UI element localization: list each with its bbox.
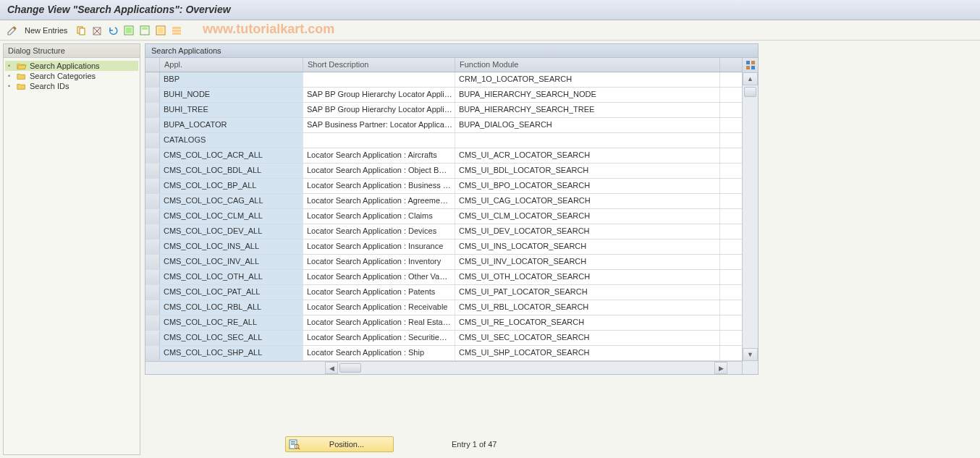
cell-desc[interactable]: SAP Business Partner: Locator Applica… [303, 118, 455, 132]
row-selector[interactable] [145, 270, 160, 284]
cell-appl[interactable]: CMS_COL_LOC_INS_ALL [160, 239, 303, 254]
row-selector[interactable] [145, 88, 160, 102]
cell-appl[interactable]: CMS_COL_LOC_ACR_ALL [160, 148, 303, 163]
hscroll-track[interactable] [339, 362, 713, 374]
cell-appl[interactable]: CMS_COL_LOC_DEV_ALL [160, 224, 303, 239]
scroll-right-icon[interactable]: ▶ [714, 362, 727, 374]
cell-func[interactable]: CMS_UI_RBL_LOCATOR_SEARCH [455, 300, 720, 315]
cell-desc[interactable]: SAP BP Group Hierarchy Locator Appli… [303, 103, 455, 117]
cell-desc[interactable]: Locator Search Application : Real Esta… [303, 315, 455, 330]
cell-appl[interactable]: CMS_COL_LOC_INV_ALL [160, 255, 303, 269]
cell-func[interactable]: BUPA_DIALOG_SEARCH [455, 118, 720, 132]
cell-appl[interactable]: CMS_COL_LOC_BDL_ALL [160, 164, 303, 178]
cell-func[interactable]: CMS_UI_BDL_LOCATOR_SEARCH [455, 164, 720, 178]
row-selector[interactable] [145, 300, 160, 315]
cell-func[interactable]: CMS_UI_CLM_LOCATOR_SEARCH [455, 209, 720, 224]
new-entries-button[interactable]: New Entries [25, 26, 67, 35]
deselect-all-icon[interactable] [154, 24, 167, 37]
change-icon[interactable] [6, 24, 19, 37]
scroll-left-icon[interactable]: ◀ [325, 362, 338, 374]
cell-appl[interactable]: BUHI_NODE [160, 88, 303, 102]
cell-desc[interactable] [303, 133, 455, 148]
cell-func[interactable]: CMS_UI_OTH_LOCATOR_SEARCH [455, 270, 720, 284]
row-handle-header[interactable] [145, 58, 160, 72]
delete-icon[interactable] [90, 24, 104, 37]
hscroll-thumb[interactable] [339, 363, 361, 373]
config-icon[interactable] [170, 24, 183, 37]
cell-func[interactable]: CMS_UI_PAT_LOCATOR_SEARCH [455, 285, 720, 300]
cell-func[interactable]: CMS_UI_CAG_LOCATOR_SEARCH [455, 194, 720, 208]
undo-icon[interactable] [106, 24, 119, 37]
col-header-func[interactable]: Function Module [455, 58, 720, 72]
sidebar-item-search-applications[interactable]: •Search Applications [5, 61, 138, 71]
cell-func[interactable]: CMS_UI_ACR_LOCATOR_SEARCH [455, 148, 720, 163]
row-selector[interactable] [145, 255, 160, 269]
row-selector[interactable] [145, 239, 160, 254]
cell-appl[interactable]: CATALOGS [160, 133, 303, 148]
cell-appl[interactable]: CMS_COL_LOC_BP_ALL [160, 179, 303, 193]
cell-desc[interactable]: Locator Search Application : Ship [303, 346, 455, 360]
row-selector[interactable] [145, 164, 160, 178]
table-settings-icon[interactable] [742, 58, 758, 72]
col-header-desc[interactable]: Short Description [303, 58, 455, 72]
cell-desc[interactable]: Locator Search Application : Securitie… [303, 331, 455, 345]
select-block-icon[interactable] [138, 24, 151, 37]
cell-desc[interactable]: Locator Search Application : Agreeme… [303, 194, 455, 208]
cell-func[interactable]: CRM_1O_LOCATOR_SEARCH [455, 72, 720, 87]
select-all-icon[interactable] [122, 24, 135, 37]
row-selector[interactable] [145, 103, 160, 117]
row-selector[interactable] [145, 179, 160, 193]
scroll-up-icon[interactable]: ▲ [743, 72, 758, 85]
cell-appl[interactable]: CMS_COL_LOC_CAG_ALL [160, 194, 303, 208]
copy-icon[interactable] [75, 24, 88, 37]
cell-desc[interactable]: Locator Search Application : Inventory [303, 255, 455, 269]
row-selector[interactable] [145, 148, 160, 163]
cell-appl[interactable]: CMS_COL_LOC_PAT_ALL [160, 285, 303, 300]
cell-appl[interactable]: CMS_COL_LOC_RBL_ALL [160, 300, 303, 315]
cell-appl[interactable]: CMS_COL_LOC_SEC_ALL [160, 331, 303, 345]
row-selector[interactable] [145, 285, 160, 300]
cell-desc[interactable] [303, 72, 455, 87]
sidebar-item-search-categories[interactable]: •Search Categories [5, 71, 138, 81]
scroll-down-icon[interactable]: ▼ [743, 348, 758, 361]
cell-desc[interactable]: Locator Search Application : Business … [303, 179, 455, 193]
cell-appl[interactable]: BBP [160, 72, 303, 87]
cell-desc[interactable]: Locator Search Application : Receivable [303, 300, 455, 315]
col-header-appl[interactable]: Appl. [160, 58, 303, 72]
cell-desc[interactable]: Locator Search Application : Patents [303, 285, 455, 300]
cell-func[interactable]: CMS_UI_INS_LOCATOR_SEARCH [455, 239, 720, 254]
row-selector[interactable] [145, 224, 160, 239]
cell-appl[interactable]: CMS_COL_LOC_SHP_ALL [160, 346, 303, 360]
cell-desc[interactable]: Locator Search Application : Claims [303, 209, 455, 224]
row-selector[interactable] [145, 209, 160, 224]
cell-appl[interactable]: CMS_COL_LOC_OTH_ALL [160, 270, 303, 284]
cell-func[interactable]: CMS_UI_DEV_LOCATOR_SEARCH [455, 224, 720, 239]
row-selector[interactable] [145, 331, 160, 345]
cell-func[interactable]: BUPA_HIERARCHY_SEARCH_NODE [455, 88, 720, 102]
cell-appl[interactable]: CMS_COL_LOC_RE_ALL [160, 315, 303, 330]
cell-func[interactable]: CMS_UI_SEC_LOCATOR_SEARCH [455, 331, 720, 345]
row-selector[interactable] [145, 72, 160, 87]
cell-desc[interactable]: Locator Search Application : Insurance [303, 239, 455, 254]
row-selector[interactable] [145, 346, 160, 360]
cell-appl[interactable]: BUHI_TREE [160, 103, 303, 117]
row-selector[interactable] [145, 315, 160, 330]
cell-desc[interactable]: Locator Search Application : Object B… [303, 164, 455, 178]
cell-func[interactable]: CMS_UI_INV_LOCATOR_SEARCH [455, 255, 720, 269]
row-selector[interactable] [145, 194, 160, 208]
position-button[interactable]: Position... [285, 436, 394, 452]
vscroll-track[interactable] [743, 85, 758, 348]
cell-desc[interactable]: Locator Search Application : Other Va… [303, 270, 455, 284]
row-selector[interactable] [145, 118, 160, 132]
cell-appl[interactable]: CMS_COL_LOC_CLM_ALL [160, 209, 303, 224]
cell-func[interactable]: CMS_UI_RE_LOCATOR_SEARCH [455, 315, 720, 330]
cell-desc[interactable]: Locator Search Application : Aircrafts [303, 148, 455, 163]
cell-appl[interactable]: BUPA_LOCATOR [160, 118, 303, 132]
row-selector[interactable] [145, 133, 160, 148]
sidebar-item-search-ids[interactable]: •Search IDs [5, 81, 138, 91]
cell-func[interactable] [455, 133, 720, 148]
cell-func[interactable]: CMS_UI_SHP_LOCATOR_SEARCH [455, 346, 720, 360]
cell-desc[interactable]: SAP BP Group Hierarchy Locator Appli… [303, 88, 455, 102]
cell-func[interactable]: BUPA_HIERARCHY_SEARCH_TREE [455, 103, 720, 117]
cell-desc[interactable]: Locator Search Application : Devices [303, 224, 455, 239]
